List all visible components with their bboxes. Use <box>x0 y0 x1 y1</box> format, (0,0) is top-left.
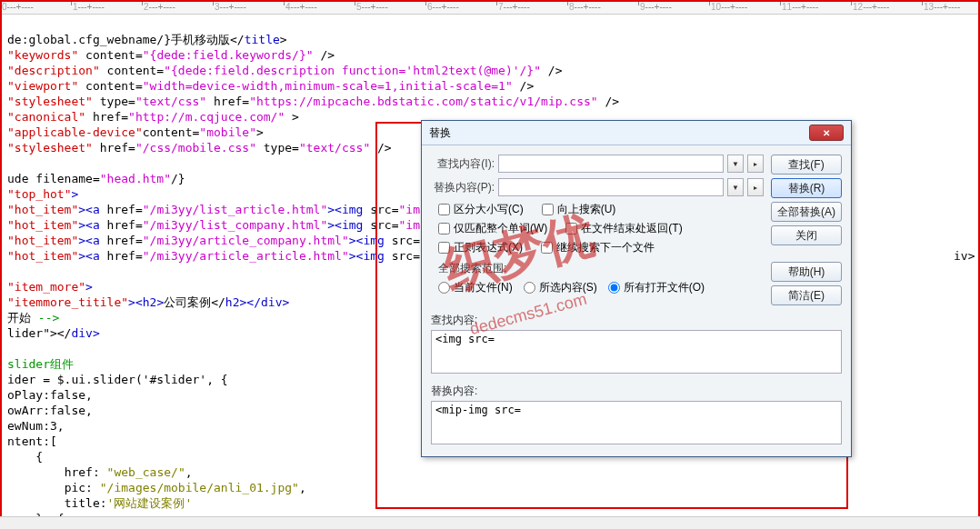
simple-button[interactable]: 简洁(E) <box>771 285 842 305</box>
replace-all-button[interactable]: 全部替换(A) <box>771 202 842 222</box>
close-icon: ✕ <box>823 128 830 138</box>
nextfile-checkbox[interactable]: 继续搜索下一个文件 <box>541 240 655 255</box>
regex-checkbox[interactable]: 正则表达式(X) <box>438 240 523 255</box>
dialog-titlebar[interactable]: 替换 ✕ <box>422 121 851 145</box>
replace-button[interactable]: 替换(R) <box>771 178 842 198</box>
scope-label: 全部搜索范围: <box>438 261 764 276</box>
find-content-textarea[interactable] <box>431 330 842 374</box>
dialog-title: 替换 <box>429 125 809 141</box>
help-button[interactable]: 帮助(H) <box>771 262 842 282</box>
horizontal-scrollbar[interactable] <box>0 516 980 529</box>
up-checkbox[interactable]: 向上搜索(U) <box>542 202 616 217</box>
case-checkbox[interactable]: 区分大小写(C) <box>438 202 524 217</box>
eof-checkbox[interactable]: 在文件结束处返回(T) <box>565 221 682 236</box>
whole-checkbox[interactable]: 仅匹配整个单词(W) <box>438 221 547 236</box>
find-dropdown[interactable]: ▼ <box>727 155 744 173</box>
radio-current[interactable]: 当前文件(N) <box>438 280 513 295</box>
replace-label: 替换内容(P): <box>431 180 495 195</box>
find-combo[interactable] <box>498 155 724 173</box>
radio-selected[interactable]: 所选内容(S) <box>524 280 597 295</box>
replace-content-textarea[interactable] <box>431 401 842 444</box>
find-label: 查找内容(I): <box>431 156 495 172</box>
replace-dialog: 替换 ✕ 查找内容(I): ▼ ▸ 替换内容(P): ▼ ▸ 区分大小写(C) <box>421 120 852 457</box>
close-button[interactable]: ✕ <box>809 125 844 141</box>
column-ruler: 0---+----1---+----2---+----3---+----4---… <box>0 0 980 15</box>
replace-expand[interactable]: ▸ <box>747 178 764 196</box>
replace-dropdown[interactable]: ▼ <box>727 178 744 196</box>
replace-content-label: 替换内容: <box>431 384 842 399</box>
find-expand[interactable]: ▸ <box>747 155 764 173</box>
code-text: de:global.cfg_webname/}手机移动版</ <box>7 33 245 46</box>
find-button[interactable]: 查找(F) <box>771 155 842 175</box>
radio-all[interactable]: 所有打开文件(O) <box>608 280 705 295</box>
close-dialog-button[interactable]: 关闭 <box>771 225 842 245</box>
replace-combo[interactable] <box>498 178 724 196</box>
find-content-label: 查找内容: <box>431 313 842 328</box>
